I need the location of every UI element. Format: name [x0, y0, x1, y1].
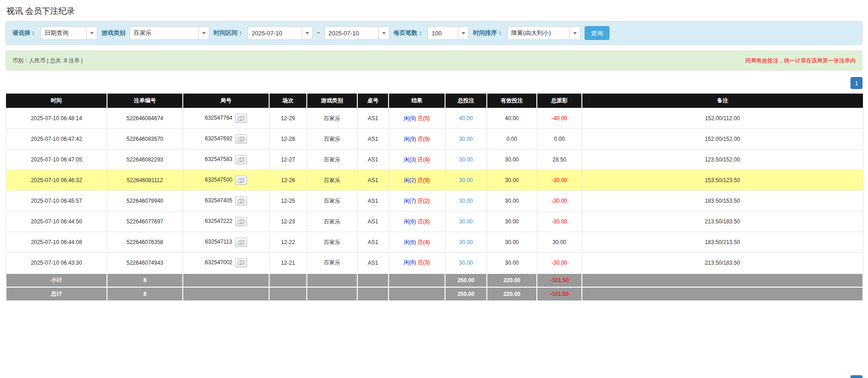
page-size-label: 每页笔数： — [394, 29, 423, 37]
view-game-result-button[interactable] — [235, 114, 247, 123]
total-bet-link[interactable]: 30.00 — [459, 198, 473, 204]
cell-valid-bet: 0.00 — [487, 129, 537, 150]
dice-cards-icon — [238, 178, 244, 183]
total-bet-link[interactable]: 30.00 — [459, 218, 473, 225]
cell-session: 12-21 — [269, 253, 307, 273]
total-bet-link[interactable]: 30.00 — [459, 239, 473, 245]
cell-payout: -30.00 — [537, 211, 582, 232]
cell-remark: 183.50/213.50 — [582, 232, 863, 253]
date-from-input[interactable] — [248, 26, 302, 40]
cell-game-type: 百家乐 — [307, 253, 357, 273]
cell-remark: 213.50/183.50 — [582, 211, 863, 232]
view-game-result-button[interactable] — [235, 176, 247, 185]
page-size-combobox — [428, 26, 469, 40]
view-game-result-button[interactable] — [235, 238, 247, 247]
result-banker: 庄(9) — [417, 136, 430, 142]
dice-cards-icon — [238, 116, 244, 121]
sort-order-input[interactable] — [507, 26, 569, 40]
cell-table-no: AS1 — [357, 191, 389, 211]
cell-table-no: AS1 — [357, 211, 389, 232]
view-game-result-button[interactable] — [235, 258, 247, 267]
search-button[interactable]: 查询 — [585, 26, 609, 40]
date-from-dropdown-button[interactable] — [302, 26, 313, 40]
dice-cards-icon — [238, 219, 244, 224]
round-id-text: 632547500 — [205, 177, 232, 183]
date-to-dropdown-button[interactable] — [378, 26, 389, 40]
cell-total-bet: 30.00 — [445, 170, 487, 191]
select-type-dropdown-button[interactable] — [86, 26, 97, 40]
filler-cell — [183, 273, 269, 287]
column-header-8: 有效投注 — [487, 94, 537, 108]
cell-bet-id: 522646082293 — [107, 150, 183, 170]
game-type-dropdown-button[interactable] — [198, 26, 209, 40]
cell-total-bet: 30.00 — [445, 232, 487, 253]
subtotal-row: 小计 8 250.00 220.00 -101.50 — [6, 273, 863, 287]
cell-time: 2025-07-10 06:47:05 — [6, 150, 107, 170]
total-bet-link[interactable]: 30.00 — [459, 136, 473, 142]
cell-time: 2025-07-10 06:43:30 — [6, 253, 107, 273]
cell-payout: -30.00 — [537, 253, 582, 273]
total-bet-link[interactable]: 30.00 — [459, 177, 473, 183]
select-type-label: 请选择： — [12, 29, 36, 37]
page-size-dropdown-button[interactable] — [458, 26, 469, 40]
pagination-top: 1 — [6, 77, 862, 89]
date-range-separator: ~ — [317, 30, 320, 36]
total-bet-link[interactable]: 40.00 — [459, 115, 473, 122]
page-size-input[interactable] — [428, 26, 458, 40]
round-id-text: 632547583 — [205, 156, 232, 162]
table-row: 2025-07-10 06:44:08 522646076358 6325471… — [6, 232, 863, 253]
table-body: 2025-07-10 06:48:14 522646084674 6325477… — [6, 108, 863, 273]
result-banker: 庄(4) — [417, 156, 430, 163]
cell-total-bet: 30.00 — [445, 150, 487, 170]
sort-order-dropdown-button[interactable] — [569, 26, 581, 40]
cell-bet-id: 522646079940 — [107, 191, 183, 211]
cell-session: 12-26 — [269, 170, 307, 191]
cell-valid-bet: 30.00 — [487, 191, 537, 211]
subtotal-label: 小计 — [6, 273, 107, 287]
result-banker: 庄(3) — [417, 259, 430, 266]
table-row: 2025-07-10 06:45:57 522646079940 6325474… — [6, 191, 863, 211]
result-player: 闲(6) — [404, 239, 416, 245]
table-row: 2025-07-10 06:46:32 522646081112 6325475… — [6, 170, 863, 191]
filter-bar: 请选择： 游戏类别 时间区间： ~ 每页笔数： 时间排序： 查询 — [6, 21, 862, 45]
game-type-combobox — [130, 26, 209, 40]
cell-round-id: 632547500 — [183, 170, 269, 191]
view-game-result-button[interactable] — [235, 217, 247, 226]
cell-session: 12-23 — [269, 211, 307, 232]
subtotal-valid-bet: 220.00 — [487, 273, 537, 287]
cell-remark: 152.00/112.00 — [582, 108, 863, 129]
view-game-result-button[interactable] — [235, 155, 247, 164]
cell-time: 2025-07-10 06:48:14 — [6, 108, 107, 129]
cell-valid-bet: 30.00 — [487, 170, 537, 191]
table-header-row: 时间注单编号局号场次游戏类别桌号结果总投注有效投注总派彩备注 — [6, 94, 863, 108]
cell-result: 闲(9) 庄(5) — [389, 108, 445, 129]
cell-total-bet: 40.00 — [445, 108, 487, 129]
cell-result: 闲(6) 庄(8) — [389, 211, 445, 232]
pagination-page-1-bottom-button[interactable]: 1 — [851, 375, 862, 378]
total-bet-link[interactable]: 30.00 — [459, 156, 473, 163]
column-header-5: 桌号 — [357, 94, 389, 108]
cell-session: 12-25 — [269, 191, 307, 211]
cell-valid-bet: 30.00 — [487, 232, 537, 253]
cell-payout: 0.00 — [537, 129, 582, 150]
round-id-text: 632547692 — [205, 135, 232, 142]
cell-valid-bet: 30.00 — [487, 211, 537, 232]
total-bet-link[interactable]: 30.00 — [459, 260, 473, 266]
filler-cell — [307, 273, 357, 287]
pagination-page-1-button[interactable]: 1 — [851, 77, 862, 89]
cell-bet-id: 522646076358 — [107, 232, 183, 253]
cell-bet-id: 522646081112 — [107, 170, 183, 191]
cell-payout: 30.00 — [537, 232, 582, 253]
filler-cell — [183, 287, 269, 301]
game-type-input[interactable] — [130, 26, 198, 40]
view-game-result-button[interactable] — [235, 134, 247, 144]
view-game-result-button[interactable] — [235, 196, 247, 206]
date-to-input[interactable] — [324, 26, 378, 40]
round-id-text: 632547002 — [205, 259, 232, 266]
select-type-input[interactable] — [40, 26, 86, 40]
cell-remark: 152.00/152.00 — [582, 129, 863, 150]
result-banker: 庄(4) — [417, 239, 430, 245]
pagination-bottom: 1 — [851, 375, 862, 378]
filler-cell — [582, 287, 863, 301]
cell-game-type: 百家乐 — [307, 232, 357, 253]
